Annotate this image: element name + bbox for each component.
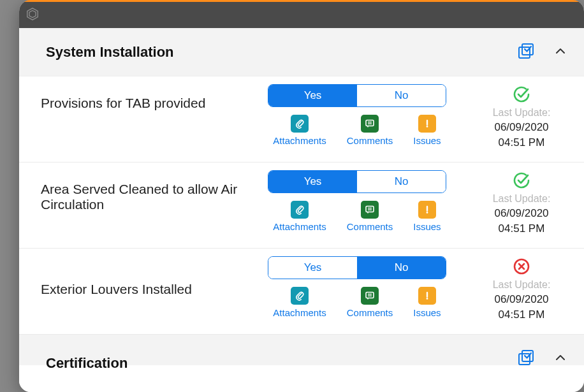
attachment-icon — [291, 287, 309, 305]
action-links: Attachments Comments Issues — [273, 201, 441, 232]
titlebar — [19, 0, 584, 28]
comments-link[interactable]: Comments — [347, 201, 393, 232]
section-actions — [518, 349, 566, 369]
action-links: Attachments Comments Issues — [273, 287, 441, 318]
checklist-item-label: Exterior Louvers Installed — [19, 256, 255, 321]
svg-rect-7 — [366, 207, 374, 212]
issue-icon — [418, 201, 436, 219]
svg-rect-2 — [366, 120, 374, 126]
attachment-icon — [291, 201, 309, 219]
last-update-label: Last Update: — [493, 193, 551, 205]
chevron-up-icon[interactable] — [555, 352, 566, 366]
yes-button[interactable]: Yes — [268, 85, 357, 106]
comment-icon — [361, 287, 379, 305]
svg-rect-1 — [522, 44, 533, 55]
update-time: 04:51 PM — [499, 309, 545, 321]
section-title: System Installation — [46, 44, 174, 61]
multi-check-icon[interactable] — [518, 349, 536, 369]
yes-button[interactable]: Yes — [268, 171, 357, 192]
last-update-label: Last Update: — [493, 107, 551, 119]
attachments-link[interactable]: Attachments — [273, 287, 326, 318]
attachments-label: Attachments — [273, 307, 326, 318]
attachment-icon — [291, 115, 309, 133]
svg-point-6 — [427, 126, 428, 127]
svg-rect-12 — [366, 293, 374, 298]
attachments-link[interactable]: Attachments — [273, 115, 326, 146]
content-area: System Installation Provisions f — [19, 28, 584, 392]
update-time: 04:51 PM — [499, 222, 545, 235]
issues-link[interactable]: Issues — [413, 115, 441, 146]
yes-no-toggle: Yes No — [268, 170, 446, 193]
no-button[interactable]: No — [357, 257, 446, 279]
update-date: 06/09/2020 — [494, 121, 548, 134]
update-date: 06/09/2020 — [494, 207, 548, 220]
update-date: 06/09/2020 — [494, 293, 548, 306]
update-time: 04:51 PM — [499, 136, 545, 149]
svg-point-16 — [427, 298, 428, 300]
status-fail-icon — [513, 258, 530, 275]
yes-no-toggle: Yes No — [268, 84, 446, 107]
issue-icon — [418, 115, 436, 133]
multi-check-icon[interactable] — [518, 42, 536, 62]
status-column: Last Update: 06/09/2020 04:51 PM — [459, 256, 584, 321]
app-logo-icon — [26, 7, 40, 24]
comments-label: Comments — [347, 307, 393, 318]
checklist-row: Provisions for TAB provided Yes No Attac… — [19, 76, 584, 163]
comments-label: Comments — [347, 221, 393, 232]
checklist-item-label: Provisions for TAB provided — [19, 84, 255, 149]
checklist-controls: Yes No Attachments Comments — [255, 84, 459, 149]
issues-label: Issues — [413, 221, 441, 232]
svg-point-11 — [427, 212, 428, 214]
checklist-controls: Yes No Attachments Comments — [255, 170, 459, 235]
no-button[interactable]: No — [357, 85, 446, 106]
attachments-label: Attachments — [273, 221, 326, 232]
status-column: Last Update: 06/09/2020 04:51 PM — [459, 84, 584, 149]
section-header-system-installation: System Installation — [19, 28, 584, 76]
section-header-certification: Certification — [19, 335, 584, 365]
attachments-label: Attachments — [273, 135, 326, 146]
status-ok-icon — [513, 85, 530, 103]
action-links: Attachments Comments Issues — [273, 115, 441, 146]
comments-label: Comments — [347, 135, 393, 146]
no-button[interactable]: No — [357, 171, 446, 192]
yes-no-toggle: Yes No — [268, 256, 446, 279]
comment-icon — [361, 115, 379, 133]
status-column: Last Update: 06/09/2020 04:51 PM — [459, 170, 584, 235]
section-title: Certification — [46, 355, 128, 372]
window-frame: System Installation Provisions f — [19, 0, 584, 392]
yes-button[interactable]: Yes — [268, 257, 357, 279]
issues-label: Issues — [413, 135, 441, 146]
issues-link[interactable]: Issues — [413, 287, 441, 318]
svg-rect-21 — [522, 351, 533, 361]
comment-icon — [361, 201, 379, 219]
section-actions — [518, 42, 566, 62]
status-ok-icon — [513, 171, 530, 189]
checklist-item-label: Area Served Cleaned to allow Air Circula… — [19, 170, 255, 235]
comments-link[interactable]: Comments — [347, 115, 393, 146]
chevron-up-icon[interactable] — [555, 45, 566, 59]
issue-icon — [418, 287, 436, 305]
checklist-row: Exterior Louvers Installed Yes No Attach… — [19, 249, 584, 335]
attachments-link[interactable]: Attachments — [273, 201, 326, 232]
issues-label: Issues — [413, 307, 441, 318]
checklist-controls: Yes No Attachments Comments — [255, 256, 459, 321]
comments-link[interactable]: Comments — [347, 287, 393, 318]
last-update-label: Last Update: — [493, 279, 551, 291]
issues-link[interactable]: Issues — [413, 201, 441, 232]
checklist-row: Area Served Cleaned to allow Air Circula… — [19, 163, 584, 249]
